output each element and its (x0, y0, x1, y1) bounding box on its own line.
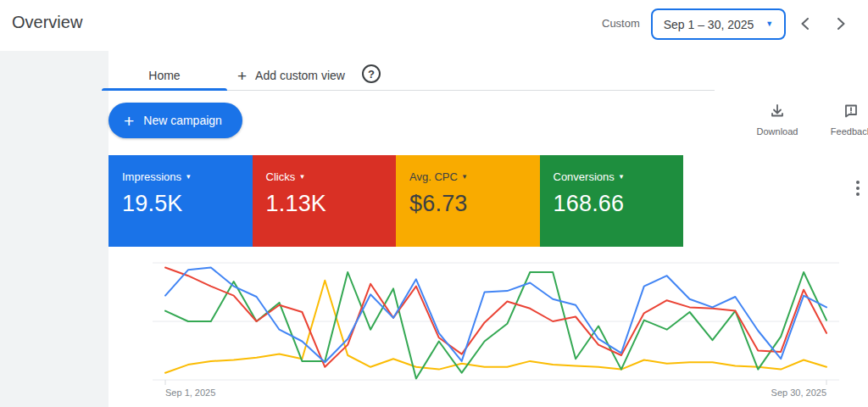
dropdown-caret-icon: ▼ (765, 20, 773, 28)
overview-chart-area: Sep 1, 2025 Sep 30, 2025 (108, 246, 868, 407)
page-title: Overview (12, 13, 82, 32)
download-icon (769, 103, 786, 123)
dropdown-caret-icon: ▾ (620, 173, 624, 181)
kebab-icon (856, 187, 860, 190)
dropdown-caret-icon: ▾ (300, 173, 304, 181)
date-range-value: Sep 1 – 30, 2025 (664, 18, 754, 31)
scorecard-row: Impressions ▾ 19.5K Clicks ▾ 1.13K Avg. … (108, 155, 683, 247)
chart-series-layer (165, 268, 826, 379)
kebab-icon (856, 192, 860, 196)
kebab-icon (856, 181, 860, 184)
x-axis-start-label: Sep 1, 2025 (165, 387, 215, 398)
metric-label: Avg. CPC (409, 170, 458, 183)
x-axis-end-label: Sep 30, 2025 (771, 387, 826, 398)
help-button[interactable]: ? (362, 64, 381, 83)
metric-value: 19.5K (122, 191, 239, 217)
add-custom-view-label: Add custom view (255, 69, 345, 82)
metric-selector[interactable]: Clicks ▾ (266, 170, 383, 183)
metric-label: Impressions (122, 170, 181, 183)
scorecard-avg-cpc[interactable]: Avg. CPC ▾ $6.73 (396, 155, 540, 247)
download-button[interactable]: Download (750, 103, 804, 137)
chevron-left-icon (800, 18, 810, 32)
active-tab-underline (102, 88, 227, 91)
metric-label: Clicks (266, 170, 296, 183)
metric-label: Conversions (554, 170, 615, 183)
new-campaign-button[interactable]: + New campaign (108, 103, 242, 138)
tab-home[interactable]: Home (102, 61, 227, 90)
metric-selector[interactable]: Avg. CPC ▾ (409, 170, 526, 183)
download-label: Download (757, 126, 798, 137)
new-campaign-label: New campaign (143, 114, 222, 127)
scorecard-impressions[interactable]: Impressions ▾ 19.5K (108, 155, 253, 247)
plus-icon: + (124, 112, 134, 130)
metric-value: 1.13K (266, 191, 383, 217)
metric-value: $6.73 (409, 191, 526, 217)
scorecard-conversions[interactable]: Conversions ▾ 168.66 (540, 155, 684, 247)
left-gutter (0, 51, 108, 407)
chevron-right-icon (836, 18, 846, 32)
next-period-button[interactable] (829, 13, 853, 36)
help-icon: ? (368, 68, 375, 81)
feedback-icon (843, 103, 860, 123)
tab-home-label: Home (148, 69, 180, 82)
metric-selector[interactable]: Conversions ▾ (554, 170, 670, 183)
plus-icon: + (237, 68, 247, 84)
chart-line-avg-cpc (165, 281, 826, 373)
chart-line-clicks (165, 268, 826, 367)
dropdown-caret-icon: ▾ (463, 173, 467, 181)
feedback-label: Feedback (831, 126, 868, 137)
date-range-selector[interactable]: Sep 1 – 30, 2025 ▼ (651, 8, 786, 40)
feedback-button[interactable]: Feedback (824, 103, 868, 137)
date-mode-label: Custom (602, 17, 640, 30)
dropdown-caret-icon: ▾ (186, 173, 191, 181)
add-custom-view-button[interactable]: + Add custom view (237, 61, 345, 90)
metric-selector[interactable]: Impressions ▾ (122, 170, 239, 183)
scorecard-clicks[interactable]: Clicks ▾ 1.13K (253, 155, 397, 247)
overview-chart: Sep 1, 2025 Sep 30, 2025 (108, 246, 868, 407)
metric-value: 168.66 (554, 191, 670, 217)
previous-period-button[interactable] (793, 13, 817, 36)
chart-line-conversions (165, 272, 826, 379)
chart-kebab-menu-button[interactable] (849, 173, 866, 204)
